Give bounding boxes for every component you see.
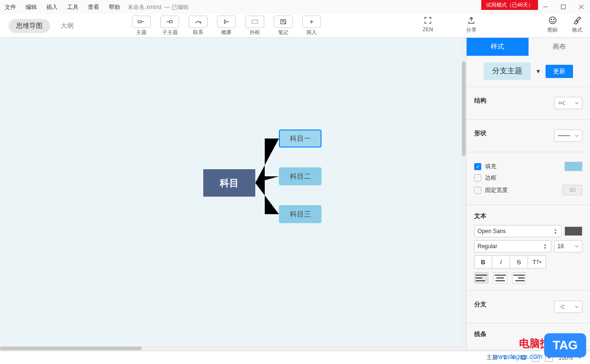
file-title: 未命名.xmind (128, 3, 161, 11)
note-label: 笔记 (278, 29, 288, 36)
text-case-button[interactable]: TT ▾ (528, 255, 546, 269)
title-bar: 文件 编辑 插入 工具 查看 帮助 未命名.xmind — 已编辑 试用模式（已… (0, 0, 590, 14)
format-panel: 样式 画布 分支主题 ▼ 更新 结构 形状 (466, 38, 590, 351)
check-icon: ✓ (474, 163, 481, 170)
chevron-down-icon (574, 101, 579, 105)
mindmap-canvas[interactable]: 科目 科目一 科目二 科目三 (0, 38, 466, 351)
window-controls (536, 0, 590, 13)
vertical-scrollbar[interactable] (461, 38, 466, 351)
svg-rect-4 (138, 21, 141, 23)
branch-select[interactable] (554, 301, 582, 313)
summary-button[interactable]: 概要 (216, 16, 237, 36)
chevron-down-icon[interactable]: ▼ (536, 68, 541, 75)
border-checkbox[interactable]: 边框 (474, 174, 496, 182)
text-align-group (474, 272, 582, 284)
font-weight-select[interactable]: Regular (474, 240, 551, 252)
fill-checkbox[interactable]: ✓ 填充 (474, 163, 496, 171)
branch-label: 分支 (474, 300, 486, 309)
maximize-button[interactable] (554, 0, 572, 13)
update-button[interactable]: 更新 (546, 65, 573, 78)
subtopic-2[interactable]: 科目二 (279, 167, 321, 185)
chevron-down-icon (574, 133, 579, 138)
align-right-button[interactable] (512, 272, 526, 284)
icons-button[interactable]: 图标 (547, 15, 558, 34)
relation-button[interactable]: 联系 (187, 16, 209, 36)
topic-type-select[interactable]: 分支主题 (484, 62, 531, 80)
central-topic[interactable]: 科目 (203, 169, 255, 197)
italic-button[interactable]: I (492, 255, 510, 269)
edited-indicator: — 已编辑 (164, 3, 188, 11)
structure-icon (557, 101, 568, 105)
boundary-label: 外框 (250, 29, 260, 36)
svg-rect-19 (559, 102, 562, 104)
subtopic-1[interactable]: 科目一 (279, 130, 321, 147)
subtopic-3[interactable]: 科目三 (279, 205, 321, 223)
svg-rect-9 (252, 20, 258, 24)
fixed-width-checkbox[interactable]: 固定宽度 (474, 186, 508, 194)
summary-label: 概要 (221, 29, 232, 36)
menu-insert[interactable]: 插入 (42, 0, 62, 14)
shape-select[interactable] (554, 130, 582, 142)
insert-icon (302, 16, 321, 28)
summary-icon (217, 16, 236, 28)
zen-button[interactable]: ZEN (423, 15, 433, 34)
toolbar-row: 思维导图 大纲 主题 子主题 联系 概要 外框 笔记 插入 (0, 14, 590, 38)
text-style-group: B I S TT ▾ (474, 255, 582, 269)
topic-label: 主题 (136, 29, 147, 36)
insert-label: 插入 (306, 29, 317, 36)
relation-label: 联系 (193, 29, 203, 36)
strike-button[interactable]: S (510, 255, 528, 269)
note-icon (274, 16, 293, 28)
subtopic-label: 子主题 (162, 29, 178, 36)
zen-icon (423, 15, 433, 26)
style-tab[interactable]: 样式 (467, 38, 529, 56)
mindmap-mode-button[interactable]: 思维导图 (9, 19, 50, 33)
spinner-icon (555, 228, 558, 234)
shape-label: 形状 (474, 129, 486, 138)
font-family-select[interactable]: Open Sans (474, 225, 562, 237)
svg-rect-7 (169, 21, 172, 23)
topic-button[interactable]: 主题 (130, 16, 152, 36)
format-button[interactable]: 格式 (572, 15, 582, 34)
menu-help[interactable]: 帮助 (104, 0, 125, 14)
chevron-down-icon (574, 304, 579, 309)
smile-icon (547, 15, 558, 26)
share-button[interactable]: 分享 (466, 15, 477, 34)
fixed-width-input[interactable] (563, 185, 582, 195)
watermark-tag: TAG (544, 333, 586, 357)
canvas-tab[interactable]: 画布 (529, 38, 590, 56)
fill-color-swatch[interactable] (564, 162, 582, 171)
trial-banner[interactable]: 试用模式（已48天） (481, 0, 538, 10)
insert-button[interactable]: 插入 (301, 16, 322, 36)
close-button[interactable] (572, 0, 590, 13)
brush-icon (572, 15, 582, 26)
share-icon (466, 15, 477, 26)
align-center-button[interactable] (493, 272, 507, 284)
minimize-button[interactable] (536, 0, 554, 13)
note-button[interactable]: 笔记 (272, 16, 294, 36)
right-toolbar: ZEN 分享 图标 格式 (423, 15, 582, 34)
topic-icon (132, 16, 151, 28)
structure-label: 结构 (474, 96, 486, 105)
menu-view[interactable]: 查看 (83, 0, 104, 14)
menu-file[interactable]: 文件 (0, 0, 21, 14)
outline-mode-button[interactable]: 大纲 (61, 22, 74, 30)
svg-point-15 (549, 17, 556, 24)
boundary-button[interactable]: 外框 (244, 16, 266, 36)
structure-select[interactable] (554, 97, 582, 109)
text-color-swatch[interactable] (564, 226, 582, 236)
relation-icon (189, 16, 208, 28)
text-section-label: 文本 (474, 212, 582, 220)
align-left-button[interactable] (474, 272, 488, 284)
menu-tools[interactable]: 工具 (62, 0, 83, 14)
spinner-icon (544, 243, 548, 250)
watermark-url: www.tagxp.com (493, 352, 543, 360)
svg-point-17 (554, 19, 554, 19)
svg-rect-1 (561, 5, 565, 9)
font-size-select[interactable]: 18 (554, 240, 582, 252)
horizontal-scrollbar[interactable] (0, 346, 466, 351)
main-toolbar: 主题 子主题 联系 概要 外框 笔记 插入 (130, 16, 322, 36)
subtopic-button[interactable]: 子主题 (159, 16, 181, 36)
bold-button[interactable]: B (474, 255, 492, 269)
menu-edit[interactable]: 编辑 (21, 0, 42, 14)
